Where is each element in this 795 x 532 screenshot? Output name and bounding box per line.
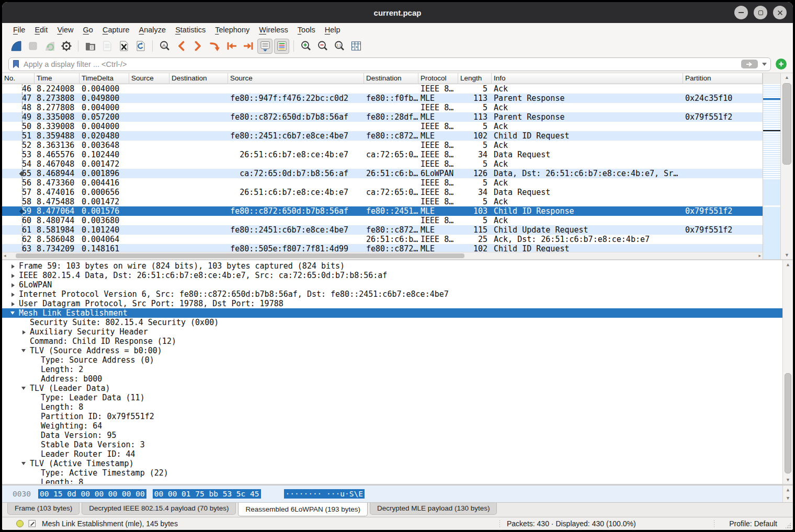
column-header-destination-6[interactable]: Destination (364, 73, 418, 84)
packet-row[interactable]: 498.3350080.057200fe80::c872:650d:b7b8:5… (2, 112, 763, 122)
packet-list-hscrollbar[interactable]: ◂ ▸ (2, 252, 763, 259)
scroll-up-arrow-icon[interactable]: ▲ (781, 75, 793, 80)
find-packet-icon[interactable]: A (157, 39, 172, 54)
colorize-packets-icon[interactable] (274, 39, 289, 54)
expander-collapsed-icon[interactable] (21, 327, 30, 337)
menu-view[interactable]: View (52, 25, 78, 35)
auto-scroll-icon[interactable] (257, 39, 272, 54)
packet-row[interactable]: 558.4689440.001896ca:72:65:0d:b7:b8:56:a… (2, 169, 763, 178)
hex-bytes-group1[interactable]: 00 15 0d 00 00 00 00 00 (38, 489, 146, 499)
detail-vscrollbar[interactable]: ▲ ▼ (782, 260, 793, 484)
detail-row[interactable]: Auxiliary Security Header (2, 327, 782, 337)
detail-row[interactable]: Internet Protocol Version 6, Src: fe80::… (2, 290, 782, 299)
packet-list-vscrollbar[interactable]: ▲ ▼ (780, 73, 793, 259)
go-last-packet-icon[interactable] (241, 39, 256, 54)
expander-collapsed-icon[interactable] (10, 299, 19, 308)
hex-ascii[interactable]: ········ ···u·S\E (284, 489, 365, 499)
zoom-reset-icon[interactable]: 1:1 (332, 39, 347, 54)
start-capture-shark-fin-icon[interactable] (8, 39, 24, 54)
menu-edit[interactable]: Edit (30, 25, 52, 35)
apply-filter-icon[interactable] (741, 60, 758, 68)
tab-decrypted-mle-payload-130-bytes[interactable]: Decrypted MLE payload (130 bytes) (370, 503, 497, 515)
hex-bytes-group2[interactable]: 00 00 01 75 bb 53 5c 45 (153, 489, 261, 499)
bytes-vscrollbar[interactable]: ▲ ▼ (782, 485, 793, 502)
expander-collapsed-icon[interactable] (10, 261, 19, 271)
expander-collapsed-icon[interactable] (10, 280, 19, 290)
scroll-up-arrow-icon[interactable]: ▲ (783, 262, 793, 267)
expert-info-icon[interactable] (16, 519, 24, 528)
column-header-info-9[interactable]: Info (492, 73, 683, 84)
scroll-down-arrow-icon[interactable]: ▼ (781, 252, 793, 258)
packet-list-minimap[interactable] (763, 73, 780, 259)
packet-row[interactable]: 548.4670480.001472IEEE 8…5Ack (2, 159, 763, 169)
tab-reassembled-6lowpan-193-bytes[interactable]: Reassembled 6LoWPAN (193 bytes) (238, 503, 368, 516)
vscrollbar-thumb[interactable] (782, 83, 791, 165)
save-file-icon[interactable] (99, 39, 115, 54)
detail-row[interactable]: TLV (Active Timestamp) (2, 459, 782, 468)
packet-row[interactable]: 528.3631360.003648IEEE 8…5Ack (2, 141, 763, 150)
column-header-time-1[interactable]: Time (35, 73, 80, 84)
packet-row[interactable]: 468.2240080.004000IEEE 8…5Ack (2, 84, 763, 94)
scroll-left-arrow-icon[interactable]: ◂ (4, 252, 6, 259)
close-icon[interactable] (773, 6, 787, 19)
detail-row[interactable]: Address: b000 (2, 374, 782, 384)
packet-row[interactable]: 568.4733600.004416IEEE 8…5Ack (2, 178, 763, 188)
column-header-no-0[interactable]: No. (2, 73, 35, 84)
detail-row[interactable]: User Datagram Protocol, Src Port: 19788,… (2, 299, 782, 308)
open-file-folder-icon[interactable] (83, 39, 98, 54)
menu-file[interactable]: File (8, 25, 30, 35)
detail-row[interactable]: TLV (Leader Data) (2, 384, 782, 393)
expander-expanded-icon[interactable] (10, 308, 19, 318)
tab-decrypted-ieee-802-15-4-payload-70-bytes[interactable]: Decrypted IEEE 802.15.4 payload (70 byte… (82, 503, 236, 515)
menu-capture[interactable]: Capture (98, 25, 134, 35)
menu-analyze[interactable]: Analyze (134, 25, 171, 35)
expander-expanded-icon[interactable] (21, 459, 30, 468)
hscrollbar-thumb[interactable] (16, 253, 464, 258)
packet-row[interactable]: 518.3594880.020480fe80::2451:c6b7:e8ce:4… (2, 131, 763, 141)
detail-row[interactable]: Mesh Link Establishment (2, 308, 782, 318)
detail-row[interactable]: Frame 59: 103 bytes on wire (824 bits), … (2, 261, 782, 271)
capture-options-gear-icon[interactable] (59, 39, 74, 54)
resize-grip[interactable] (785, 522, 791, 529)
column-header-partition-10[interactable]: Partition (683, 73, 763, 84)
go-back-icon[interactable] (174, 39, 189, 54)
detail-row[interactable]: Type: Active Timestamp (22) (2, 468, 782, 478)
detail-row[interactable]: Data Version: 95 (2, 431, 782, 440)
zoom-in-icon[interactable] (298, 39, 313, 54)
detail-row[interactable]: Length: 8 (2, 478, 782, 484)
zoom-out-icon[interactable] (315, 39, 330, 54)
scroll-down-arrow-icon[interactable]: ▼ (783, 477, 793, 482)
packet-row[interactable]: 618.5819840.101240fe80::2451:c6b7:e8ce:4… (2, 225, 763, 235)
packet-row[interactable]: 588.4754880.001472IEEE 8…5Ack (2, 197, 763, 206)
detail-row[interactable]: Length: 8 (2, 402, 782, 412)
go-to-packet-icon[interactable] (207, 39, 222, 54)
detail-row[interactable]: Length: 2 (2, 365, 782, 374)
packet-row[interactable]: 578.4740160.00065626:51:c6:b7:e8:ce:4b:e… (2, 188, 763, 197)
scroll-right-arrow-icon[interactable]: ▸ (758, 252, 761, 259)
detail-row[interactable]: IEEE 802.15.4 Data, Dst: 26:51:c6:b7:e8:… (2, 271, 782, 280)
expander-expanded-icon[interactable] (21, 384, 30, 393)
go-forward-icon[interactable] (190, 39, 206, 54)
detail-row[interactable]: Leader Router ID: 44 (2, 449, 782, 459)
tab-frame-103-bytes[interactable]: Frame (103 bytes) (7, 503, 80, 515)
status-profile[interactable]: Profile: Default (729, 519, 777, 528)
scroll-down-arrow-icon[interactable]: ▼ (783, 495, 793, 501)
packet-row[interactable]: 608.4807440.003680IEEE 8…5Ack (2, 216, 763, 225)
add-filter-button-plus-icon[interactable] (776, 59, 787, 70)
column-header-source-3[interactable]: Source (129, 73, 169, 84)
detail-row[interactable]: Type: Source Address (0) (2, 355, 782, 365)
display-filter-input[interactable]: Apply a display filter ... <Ctrl-/> (8, 57, 771, 71)
detail-row[interactable]: Type: Leader Data (11) (2, 393, 782, 402)
expander-collapsed-icon[interactable] (10, 290, 19, 299)
reload-file-icon[interactable] (133, 39, 148, 54)
detail-row[interactable]: Stable Data Version: 3 (2, 440, 782, 449)
minimize-icon[interactable] (734, 6, 748, 19)
filter-dropdown-caret-icon[interactable] (762, 63, 767, 66)
column-header-protocol-7[interactable]: Protocol (418, 73, 458, 84)
menu-wireless[interactable]: Wireless (254, 25, 293, 35)
menu-tools[interactable]: Tools (293, 25, 320, 35)
column-header-source-5[interactable]: Source (228, 73, 364, 84)
detail-row[interactable]: Security Suite: 802.15.4 Security (0x00) (2, 318, 782, 327)
packet-row[interactable]: 538.4655760.10244026:51:c6:b7:e8:ce:4b:e… (2, 150, 763, 159)
column-header-destination-4[interactable]: Destination (169, 73, 228, 84)
